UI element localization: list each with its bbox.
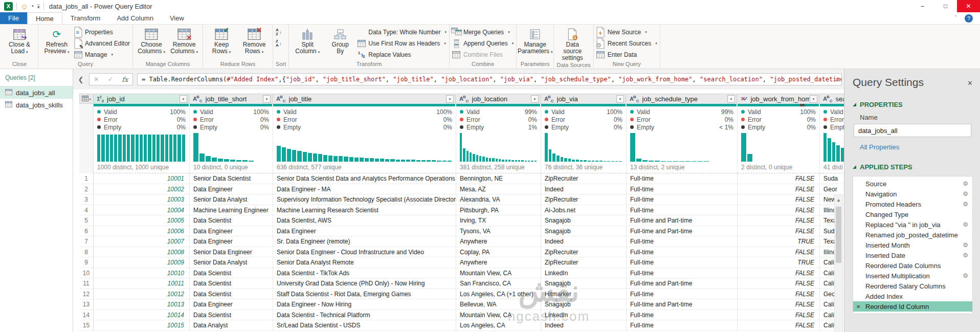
cell-job_title[interactable]: Data Engineer - MA — [273, 184, 456, 195]
row-number[interactable]: 13 — [79, 299, 94, 310]
chevron-down-icon[interactable]: ▾ — [32, 4, 34, 8]
cell-job_location[interactable]: San Francisco, CA — [456, 278, 541, 289]
cell-job_via[interactable]: Ai-Jobs.net — [541, 205, 626, 216]
cell-job_id[interactable]: 10005 — [94, 215, 189, 226]
step-settings-gear-icon[interactable]: ⚙ — [963, 221, 968, 228]
cell-job_id[interactable]: 10015 — [94, 320, 189, 331]
step-settings-gear-icon[interactable]: ⚙ — [963, 190, 968, 197]
cancel-formula-icon[interactable]: ✕ — [94, 76, 99, 83]
cell-job_title_short[interactable]: Data Scientist — [190, 268, 273, 279]
step-settings-gear-icon[interactable]: ⚙ — [963, 180, 968, 187]
row-number[interactable]: 2 — [79, 184, 94, 195]
cell-job_work_from_home[interactable]: FALSE — [738, 278, 819, 289]
cell-job_schedule_type[interactable]: Full-time — [627, 205, 737, 216]
cell-job_work_from_home[interactable]: FALSE — [738, 299, 819, 310]
applied-step-added-index[interactable]: Added Index — [853, 291, 972, 301]
cell-job_schedule_type[interactable]: Full-time — [627, 247, 737, 258]
cell-job_title_short[interactable]: Data Analyst — [190, 320, 273, 331]
cell-job_title[interactable]: Data Scientist, AWS — [273, 215, 456, 226]
remove-rows-button[interactable]: ✕RemoveRows▾ — [238, 26, 270, 55]
applied-step-promoted-headers[interactable]: Promoted Headers⚙ — [853, 199, 972, 209]
row-number[interactable]: 5 — [79, 215, 94, 226]
cell-job_location[interactable]: Mountain View, CA — [456, 268, 541, 279]
collapse-queries-pane-icon[interactable]: ❮ — [77, 76, 85, 83]
filter-icon[interactable]: ▼ — [616, 95, 624, 103]
cell-job_title_short[interactable]: Data Scientist — [190, 215, 273, 226]
cell-job_work_from_home[interactable]: FALSE — [738, 215, 819, 226]
cell-job_via[interactable]: Hitmarker — [541, 289, 626, 300]
cell-job_via[interactable]: Indeed — [541, 184, 626, 195]
row-number[interactable]: 1 — [79, 173, 94, 184]
cell-job_title[interactable]: University Grad Data Science (PhD Only) … — [273, 278, 456, 289]
applied-steps-section-header[interactable]: APPLIED STEPS — [853, 163, 973, 171]
cell-job_location[interactable]: Los Angeles, CA — [456, 320, 541, 331]
row-number[interactable]: 10 — [79, 268, 94, 279]
cell-job_via[interactable]: ZipRecruiter — [541, 173, 626, 184]
cell-job_title[interactable]: Staff Data Scientist - Riot Data, Emergi… — [273, 289, 456, 300]
maximize-button[interactable]: □ — [934, 0, 957, 12]
column-header-job_work_from_home[interactable]: ✕✓job_work_from_home▼ — [738, 94, 819, 104]
properties-section-header[interactable]: PROPERTIES — [853, 101, 973, 108]
cell-job_work_from_home[interactable]: FALSE — [738, 310, 819, 321]
tab-home[interactable]: Home — [27, 12, 62, 24]
value-distribution-chart[interactable] — [738, 131, 819, 163]
cell-job_schedule_type[interactable]: Full-time and Part-time — [627, 278, 737, 289]
row-number[interactable]: 6 — [79, 226, 94, 237]
cell-job_location[interactable]: Tysons, VA — [456, 226, 541, 237]
filter-icon[interactable]: ▼ — [531, 95, 539, 103]
filter-icon[interactable]: ▼ — [180, 95, 187, 103]
value-distribution-chart[interactable] — [820, 131, 844, 163]
column-header-job_location[interactable]: ABCjob_location▼ — [456, 94, 541, 104]
applied-step-changed-type[interactable]: Changed Type — [853, 209, 972, 219]
cell-job_work_from_home[interactable]: FALSE — [738, 289, 819, 300]
row-number[interactable]: 14 — [79, 310, 94, 321]
delete-step-icon[interactable]: ✕ — [856, 304, 860, 309]
row-number[interactable]: 12 — [79, 289, 94, 300]
cell-job_location[interactable]: Coplay, PA — [456, 247, 541, 258]
refresh-preview-button[interactable]: ⟳RefreshPreview▾ — [41, 26, 73, 55]
cell-job_schedule_type[interactable]: Full-time — [627, 236, 737, 247]
column-header-job_title_short[interactable]: ABCjob_title_short▼ — [190, 94, 273, 104]
cell-job_work_from_home[interactable]: FALSE — [738, 205, 819, 216]
applied-step-source[interactable]: Source⚙ — [853, 179, 972, 189]
cell-search_location[interactable]: Suda — [820, 173, 844, 184]
cell-job_id[interactable]: 10014 — [94, 310, 189, 321]
row-number[interactable]: 4 — [79, 205, 94, 216]
cell-job_location[interactable]: Pittsburgh, PA — [456, 205, 541, 216]
close-load-button[interactable]: ↪Close &Load▾ — [4, 26, 35, 55]
cell-job_work_from_home[interactable]: FALSE — [738, 247, 819, 258]
step-settings-gear-icon[interactable]: ⚙ — [963, 201, 968, 208]
cell-job_work_from_home[interactable]: FALSE — [738, 184, 819, 195]
row-number[interactable]: 3 — [79, 194, 94, 205]
cell-job_schedule_type[interactable]: Full-time — [627, 289, 737, 300]
recent-sources-button[interactable]: Recent Sources▾ — [596, 39, 657, 48]
use-first-row-as-headers-button[interactable]: Use First Row as Headers▾ — [357, 39, 447, 48]
step-settings-gear-icon[interactable]: ⚙ — [963, 252, 968, 259]
cell-job_title[interactable]: Machine Learning Research Scientist — [273, 205, 456, 216]
cell-job_location[interactable]: Irving, TX — [456, 215, 541, 226]
cell-job_work_from_home[interactable]: FALSE — [738, 268, 819, 279]
cell-job_schedule_type[interactable]: Full-time — [627, 194, 737, 205]
value-distribution-chart[interactable] — [273, 131, 456, 163]
value-distribution-chart[interactable] — [190, 131, 273, 163]
merge-queries-button[interactable]: Merge Queries▾ — [452, 28, 514, 37]
applied-step-reordered-date-columns[interactable]: Reordered Date Columns — [853, 260, 972, 271]
group-by-button[interactable]: GroupBy — [324, 26, 356, 55]
cell-job_title[interactable]: Data Scientist - TikTok Ads — [273, 268, 456, 279]
filter-icon[interactable]: ▼ — [727, 95, 735, 103]
cell-job_title_short[interactable]: Senior Data Analyst — [190, 257, 273, 268]
cell-job_via[interactable]: ZipRecruiter — [541, 247, 626, 258]
cell-job_id[interactable]: 10002 — [94, 184, 189, 195]
column-header-search_location[interactable]: ABCsea▼ — [820, 94, 844, 104]
append-queries-button[interactable]: Append Queries▾ — [452, 39, 514, 48]
keep-rows-button[interactable]: ✓KeepRows▾ — [206, 26, 237, 55]
cell-job_title_short[interactable]: Data Engineer — [190, 226, 273, 237]
cell-job_id[interactable]: 10010 — [94, 268, 189, 279]
cell-job_location[interactable]: Mesa, AZ — [456, 184, 541, 195]
applied-step-inserted-multiplication[interactable]: Inserted Multiplication⚙ — [853, 271, 972, 281]
cell-job_title_short[interactable]: Data Scientist — [190, 289, 273, 300]
cell-job_work_from_home[interactable]: FALSE — [738, 173, 819, 184]
advanced-editor-button[interactable]: ✎Advanced Editor — [74, 39, 130, 48]
value-distribution-chart[interactable] — [627, 131, 737, 163]
cell-job_title_short[interactable]: Data Scientist — [190, 278, 273, 289]
